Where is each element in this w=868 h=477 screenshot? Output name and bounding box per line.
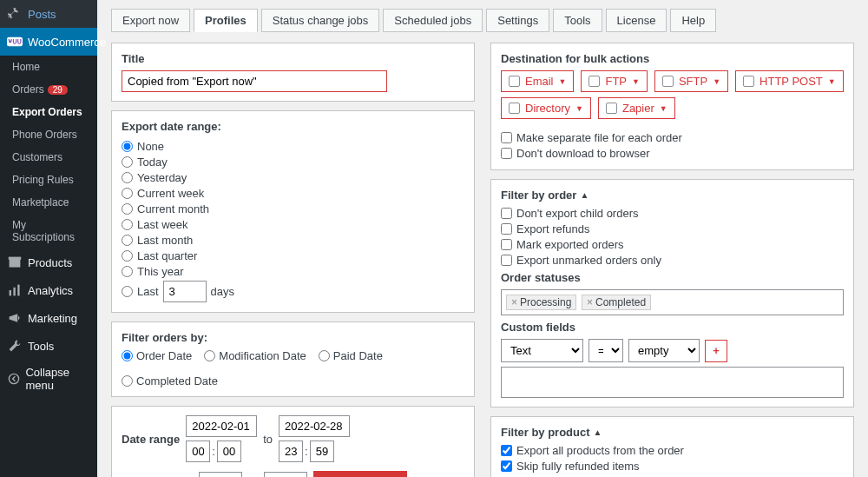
- radio-completed-date[interactable]: [122, 375, 133, 387]
- radio-last-week[interactable]: [122, 219, 133, 230]
- close-icon[interactable]: ×: [587, 296, 593, 308]
- sidebar-label: Tools: [28, 340, 54, 353]
- sidebar-collapse[interactable]: Collapse menu: [0, 360, 97, 398]
- time-from-h[interactable]: [186, 441, 210, 462]
- radio-modification-date[interactable]: [204, 350, 215, 361]
- sidebar-tools[interactable]: Tools: [0, 332, 97, 360]
- sidebar-marketing[interactable]: Marketing: [0, 304, 97, 332]
- dest-http[interactable]: HTTP POST▼: [735, 70, 844, 92]
- radio-current-month[interactable]: [122, 203, 133, 215]
- check-separate-file[interactable]: [501, 132, 512, 143]
- sidebar-sub-orders[interactable]: Orders29: [0, 78, 97, 101]
- collapse-icon: [7, 371, 20, 387]
- time-to-m[interactable]: [310, 441, 334, 462]
- cf-type-select[interactable]: Text: [501, 339, 583, 362]
- dest-directory[interactable]: Directory▼: [501, 97, 591, 119]
- date-range-label: Export date range:: [122, 120, 464, 133]
- tab-export-now[interactable]: Export now: [111, 9, 190, 32]
- tab-tools[interactable]: Tools: [553, 9, 602, 32]
- svg-rect-1: [10, 259, 21, 268]
- sidebar-products[interactable]: Products: [0, 248, 97, 276]
- filter-orders-panel: Filter orders by: Order Date Modificatio…: [111, 321, 475, 397]
- time-from-m[interactable]: [217, 441, 241, 462]
- check-export-refunds[interactable]: [501, 223, 512, 235]
- orders-from-input[interactable]: [199, 472, 242, 477]
- svg-rect-4: [13, 288, 15, 296]
- cf-val-select[interactable]: empty: [628, 339, 700, 362]
- radio-this-year[interactable]: [122, 266, 133, 277]
- express-export-button[interactable]: Express export: [313, 471, 408, 477]
- date-range-panel: Export date range: None Today Yesterday …: [111, 110, 475, 313]
- add-cf-button[interactable]: +: [705, 340, 727, 362]
- check-skip-refunded[interactable]: [501, 460, 512, 472]
- dest-ftp[interactable]: FTP▼: [581, 70, 647, 92]
- sidebar-analytics[interactable]: Analytics: [0, 276, 97, 304]
- svg-point-6: [9, 374, 18, 383]
- check-dont-download[interactable]: [501, 148, 512, 159]
- status-tag-completed[interactable]: ×Completed: [582, 295, 651, 310]
- dest-sftp[interactable]: SFTP▼: [654, 70, 728, 92]
- chevron-down-icon: ▼: [713, 77, 720, 86]
- pin-icon: [7, 6, 23, 22]
- tab-license[interactable]: License: [606, 9, 667, 32]
- dest-email[interactable]: Email▼: [501, 70, 574, 92]
- radio-last-n[interactable]: [122, 286, 133, 297]
- date-to-input[interactable]: [279, 415, 350, 437]
- filter-product-panel: Filter by product▲ Export all products f…: [490, 416, 854, 477]
- tab-help[interactable]: Help: [670, 9, 716, 32]
- tab-status-change[interactable]: Status change jobs: [261, 9, 380, 32]
- sidebar-sub-marketplace[interactable]: Marketplace: [0, 191, 97, 214]
- date-from-input[interactable]: [186, 415, 257, 437]
- check-unmarked-only[interactable]: [501, 255, 512, 266]
- title-input[interactable]: [122, 70, 387, 92]
- radio-last-quarter[interactable]: [122, 250, 133, 262]
- last-n-input[interactable]: [163, 281, 207, 302]
- check-child-orders[interactable]: [501, 208, 512, 219]
- tab-settings[interactable]: Settings: [486, 9, 549, 32]
- sidebar-sub-pricing-rules[interactable]: Pricing Rules: [0, 169, 97, 191]
- orders-to-input[interactable]: [264, 472, 307, 477]
- radio-order-date[interactable]: [122, 350, 133, 361]
- date-range-inputs-panel: Date range : to :: [111, 406, 475, 477]
- cf-op-select[interactable]: =: [589, 339, 623, 362]
- custom-fields-box[interactable]: [501, 367, 844, 398]
- sidebar-woocommerce[interactable]: WooCommerce: [0, 28, 97, 56]
- sidebar-sub-export-orders[interactable]: Export Orders: [0, 101, 97, 123]
- sidebar-posts[interactable]: Posts: [0, 0, 97, 28]
- date-range-label2: Date range: [122, 433, 180, 446]
- tab-profiles[interactable]: Profiles: [194, 9, 258, 32]
- filter-product-header[interactable]: Filter by product▲: [501, 426, 844, 439]
- radio-today[interactable]: [122, 156, 133, 168]
- sidebar-sub-my-subscriptions[interactable]: My Subscriptions: [0, 214, 97, 248]
- radio-yesterday[interactable]: [122, 172, 133, 183]
- check-mark-exported[interactable]: [501, 239, 512, 250]
- plus-icon: +: [713, 344, 720, 357]
- sidebar-sub-home[interactable]: Home: [0, 56, 97, 78]
- radio-last-month[interactable]: [122, 235, 133, 246]
- chevron-down-icon: ▼: [559, 77, 567, 86]
- check-export-all-products[interactable]: [501, 445, 512, 456]
- megaphone-icon: [7, 310, 23, 326]
- status-tag-processing[interactable]: ×Processing: [506, 295, 576, 310]
- checkbox-icon: [662, 76, 674, 87]
- wrench-icon: [7, 338, 23, 354]
- tab-scheduled[interactable]: Scheduled jobs: [383, 9, 483, 32]
- dest-zapier[interactable]: Zapier▼: [598, 97, 675, 119]
- radio-paid-date[interactable]: [319, 350, 330, 361]
- time-to-h[interactable]: [279, 441, 303, 462]
- svg-rect-5: [17, 285, 19, 296]
- sidebar-sub-customers[interactable]: Customers: [0, 146, 97, 169]
- tab-bar: Export now Profiles Status change jobs S…: [111, 9, 854, 32]
- sidebar-label: Analytics: [28, 284, 73, 297]
- radio-none[interactable]: [122, 141, 133, 152]
- checkbox-icon: [743, 76, 754, 87]
- order-statuses-label: Order statuses: [501, 271, 844, 284]
- sidebar-label: Products: [28, 256, 72, 269]
- order-statuses-box[interactable]: ×Processing ×Completed: [501, 289, 844, 315]
- radio-current-week[interactable]: [122, 188, 133, 199]
- sidebar-sub-phone-orders[interactable]: Phone Orders: [0, 123, 97, 146]
- chevron-down-icon: ▼: [828, 77, 836, 86]
- filter-orders-label: Filter orders by:: [122, 331, 464, 344]
- close-icon[interactable]: ×: [511, 296, 517, 308]
- filter-order-header[interactable]: Filter by order▲: [501, 189, 844, 202]
